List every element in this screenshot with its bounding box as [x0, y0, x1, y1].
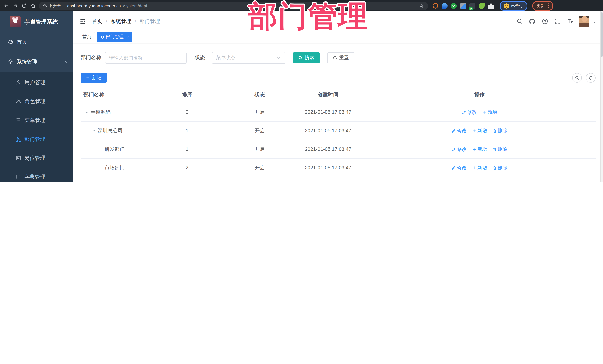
search-button[interactable]: 搜索: [293, 52, 320, 63]
breadcrumb-item[interactable]: 首页: [92, 18, 103, 25]
add-action[interactable]: 新增: [472, 164, 487, 171]
tab-0[interactable]: 首页: [79, 32, 95, 42]
sidebar-item-1[interactable]: 系统管理: [0, 52, 73, 72]
fullscreen-icon[interactable]: [554, 18, 561, 25]
expand-caret-icon[interactable]: [84, 110, 89, 115]
list-on-icon[interactable]: on: [469, 3, 475, 9]
gear-icon: [7, 59, 13, 65]
dept-created: 2021-01-05 17:03:47: [293, 165, 363, 170]
dept-status: 开启: [227, 127, 293, 134]
table-row: 测试部门 3 开启 2021-01-05 17:03:47 修改新增删除: [81, 177, 596, 182]
dept-order: 1: [147, 128, 227, 133]
delete-action[interactable]: 删除: [492, 127, 508, 134]
reload-icon[interactable]: [21, 2, 27, 9]
table-toolbar: 新增: [81, 73, 596, 83]
add-action[interactable]: 新增: [472, 127, 487, 134]
dept-name: 市场部门: [105, 164, 125, 171]
close-icon[interactable]: ×: [126, 35, 129, 39]
browser-toolbar: 不安全 dashboard.yudao.iocoder.cn/system/de…: [0, 0, 603, 11]
add-button[interactable]: 新增: [81, 73, 107, 83]
search-icon[interactable]: [516, 18, 523, 25]
address-bar[interactable]: 不安全 dashboard.yudao.iocoder.cn/system/de…: [39, 2, 428, 10]
dept-name: 芋道源码: [91, 109, 111, 115]
column-header: 状态: [227, 91, 293, 98]
add-action[interactable]: 新增: [482, 109, 497, 115]
browser-menu-icon[interactable]: [548, 3, 549, 8]
browser-update-button[interactable]: 更新: [533, 1, 553, 11]
dashboard-icon: [7, 39, 13, 45]
tab-1[interactable]: 部门管理 ×: [97, 32, 132, 42]
dept-status: 开启: [227, 146, 293, 153]
dept-name: 研发部门: [105, 146, 125, 153]
table-row: 市场部门 2 开启 2021-01-05 17:03:47 修改新增删除: [81, 159, 596, 177]
breadcrumb-item[interactable]: 系统管理: [111, 18, 131, 25]
column-header: 操作: [363, 91, 596, 98]
update-label: 更新: [537, 3, 545, 9]
leaf-icon[interactable]: [479, 3, 485, 9]
check-circle-icon[interactable]: [451, 3, 457, 9]
scrollbar-thumb[interactable]: [601, 12, 603, 57]
sidebar-item-2[interactable]: 菜单管理: [0, 111, 73, 130]
edit-action[interactable]: 修改: [462, 109, 477, 115]
sidebar-item-5[interactable]: 字典管理: [0, 167, 73, 182]
back-icon[interactable]: [3, 2, 10, 9]
toggle-search-button[interactable]: [572, 73, 582, 83]
column-header: 创建时间: [293, 91, 363, 98]
help-icon[interactable]: [541, 18, 548, 25]
sidebar-item-0[interactable]: 首页: [0, 32, 73, 52]
column-header: 部门名称: [81, 91, 147, 98]
expand-caret-icon[interactable]: [91, 128, 96, 133]
chevron-down-icon: [276, 55, 281, 60]
profile-label: 已暂停: [511, 3, 523, 9]
user-avatar[interactable]: [579, 15, 589, 27]
logo-image: [10, 16, 21, 27]
url-host: dashboard.yudao.iocoder.cn: [67, 3, 121, 8]
pin-icon[interactable]: [441, 3, 448, 9]
caret-down-icon[interactable]: [593, 19, 597, 23]
dept-status: 开启: [227, 109, 293, 115]
browser-scrollbar[interactable]: [600, 11, 603, 182]
status-select[interactable]: 菜单状态: [212, 52, 285, 64]
status-select-placeholder: 菜单状态: [216, 55, 235, 61]
add-action[interactable]: 新增: [472, 146, 487, 153]
browser-profile-chip[interactable]: 已暂停: [500, 1, 527, 11]
sidebar-item-1[interactable]: 角色管理: [0, 92, 73, 111]
target-icon[interactable]: [433, 3, 438, 9]
github-icon[interactable]: [529, 18, 535, 25]
sidebar-submenu: 用户管理 角色管理 菜单管理 部门管理 岗位管理 字典管理 通知公告 审计日志 …: [0, 72, 73, 182]
dept-table: 部门名称排序状态创建时间操作 芋道源码 0 开启 2021-01-05 17:0…: [81, 87, 596, 182]
active-dot-icon: [101, 35, 104, 38]
dept-status: 开启: [227, 164, 293, 171]
font-size-icon[interactable]: [567, 18, 573, 25]
sidebar-fold-icon[interactable]: [79, 18, 86, 25]
delete-action[interactable]: 删除: [492, 164, 508, 171]
puzzle-icon[interactable]: [488, 3, 494, 9]
refresh-button[interactable]: [586, 73, 596, 83]
chevron-up-icon: [63, 59, 68, 64]
home-icon[interactable]: [30, 2, 36, 9]
edit-action[interactable]: 修改: [452, 146, 467, 153]
breadcrumb: 首页/系统管理/部门管理: [92, 18, 160, 25]
reset-button[interactable]: 重置: [327, 52, 354, 63]
security-label: 不安全: [49, 3, 61, 9]
breadcrumb-separator: /: [135, 18, 136, 24]
warning-triangle-icon: [42, 3, 47, 9]
forward-icon[interactable]: [12, 2, 19, 9]
edit-action[interactable]: 修改: [452, 127, 467, 134]
post-card-icon: [15, 155, 21, 161]
edit-action[interactable]: 修改: [452, 164, 467, 171]
delete-action[interactable]: 删除: [492, 146, 508, 153]
sidebar-item-active-3[interactable]: 部门管理: [0, 130, 73, 149]
dept-name-input[interactable]: [105, 52, 187, 64]
sidebar-logo[interactable]: 芋道管理系统: [0, 11, 73, 32]
breadcrumb-separator: /: [106, 18, 107, 24]
table-row: 深圳总公司 1 开启 2021-01-05 17:03:47 修改新增删除: [81, 121, 596, 140]
screen: 不安全 dashboard.yudao.iocoder.cn/system/de…: [0, 0, 603, 182]
bookmark-star-icon[interactable]: [418, 2, 425, 9]
sidebar-item-0[interactable]: 用户管理: [0, 73, 73, 92]
row-actions: 修改新增删除: [363, 127, 596, 134]
table-header: 部门名称排序状态创建时间操作: [81, 87, 596, 103]
grid-icon[interactable]: [460, 3, 466, 9]
row-actions: 修改新增删除: [363, 164, 596, 171]
sidebar-item-4[interactable]: 岗位管理: [0, 149, 73, 167]
